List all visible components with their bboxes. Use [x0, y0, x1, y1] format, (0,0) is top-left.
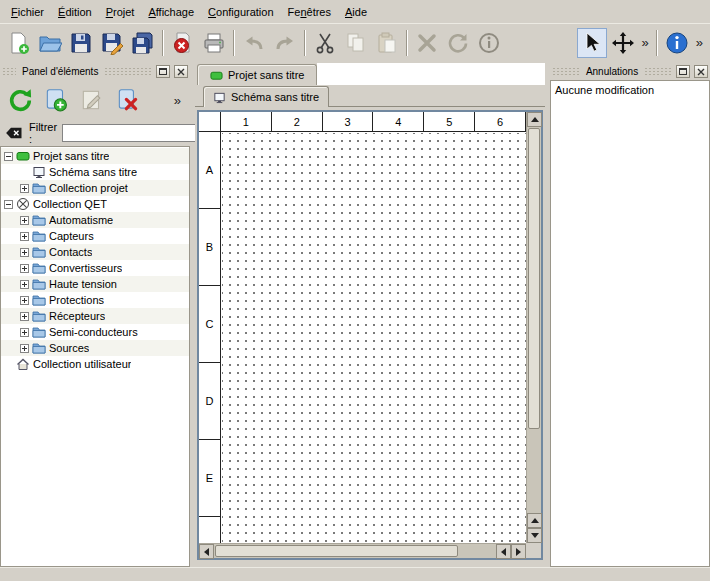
collapse-expander-icon[interactable]	[4, 152, 13, 161]
print-button[interactable]	[199, 28, 229, 58]
toolbar-overflow-chevron-2[interactable]: »	[693, 35, 706, 50]
open-project-button[interactable]	[35, 28, 65, 58]
copy-button[interactable]	[341, 28, 371, 58]
expand-expander-icon[interactable]	[20, 280, 29, 289]
tree-item-label: Semi-conducteurs	[49, 326, 138, 338]
arrow-left-icon	[501, 548, 506, 556]
edit-element-button[interactable]	[76, 84, 108, 116]
menu-fichier[interactable]: Fichier	[4, 3, 51, 21]
expand-expander-icon[interactable]	[20, 184, 29, 193]
undo-button[interactable]	[239, 28, 269, 58]
vertical-scrollbar[interactable]	[526, 112, 541, 543]
tree-item-collection-utilisateur[interactable]: Collection utilisateur	[1, 356, 189, 372]
expand-expander-icon[interactable]	[20, 232, 29, 241]
undo-history-list[interactable]: Aucune modification	[550, 80, 710, 567]
menu-affichage[interactable]: Affichage	[141, 3, 201, 21]
tree-item-haute-tension[interactable]: Haute tension	[1, 276, 189, 292]
cut-button[interactable]	[310, 28, 340, 58]
horizontal-scroll-track[interactable]	[214, 544, 496, 558]
rotate-icon	[446, 31, 470, 55]
tree-item-label: Projet sans titre	[33, 150, 109, 162]
dock-close-button[interactable]	[694, 65, 708, 78]
schema-grid[interactable]	[222, 133, 526, 543]
select-mode-button[interactable]	[577, 28, 607, 58]
mdi-empty-strip	[317, 63, 545, 85]
tree-item-contacts[interactable]: Contacts	[1, 244, 189, 260]
tab-projet-sans-titre[interactable]: Projet sans titre	[197, 64, 317, 85]
menu-edition[interactable]: Édition	[51, 3, 99, 21]
menu-configuration[interactable]: Configuration	[201, 3, 280, 21]
about-diagram-button[interactable]	[662, 28, 692, 58]
delete-element-button[interactable]	[112, 84, 144, 116]
scroll-left-button-2[interactable]	[496, 544, 511, 559]
redo-button[interactable]	[270, 28, 300, 58]
scroll-left-button[interactable]	[199, 544, 214, 559]
save-as-button[interactable]	[97, 28, 127, 58]
elements-panel-titlebar[interactable]: Panel d'éléments	[0, 63, 190, 80]
tree-item-sources[interactable]: Sources	[1, 340, 189, 356]
horizontal-scrollbar[interactable]	[199, 543, 526, 558]
new-document-button[interactable]	[4, 28, 34, 58]
row-header: D	[199, 363, 220, 440]
move-mode-button[interactable]	[608, 28, 638, 58]
undo-dock-titlebar[interactable]: Annulations	[550, 63, 710, 80]
undo-empty-text: Aucune modification	[555, 84, 654, 96]
expand-expander-icon[interactable]	[20, 344, 29, 353]
project-icon	[16, 149, 30, 163]
clear-filter-button[interactable]	[4, 122, 24, 144]
info-blue-icon	[665, 31, 689, 55]
tree-item-capteurs[interactable]: Capteurs	[1, 228, 189, 244]
menu-fenetres[interactable]: Fenêtres	[281, 3, 338, 21]
rotate-button[interactable]	[443, 28, 473, 58]
menu-label-accel: A	[148, 6, 155, 18]
column-header: 4	[373, 112, 424, 131]
tree-item-label: Collection utilisateur	[33, 358, 131, 370]
tree-item-projet-sans-titre[interactable]: Projet sans titre	[1, 148, 189, 164]
tree-item-label: Protections	[49, 294, 104, 306]
dock-close-button[interactable]	[174, 65, 188, 78]
vertical-scroll-thumb[interactable]	[528, 128, 540, 429]
tree-item-label: Sources	[49, 342, 89, 354]
scroll-up-button-2[interactable]	[527, 513, 542, 528]
dock-float-button[interactable]	[676, 65, 690, 78]
scroll-up-button[interactable]	[527, 112, 542, 127]
schema-scene[interactable]: 1 2 3 4 5 6 A B C D	[199, 112, 526, 543]
reload-panel-button[interactable]	[4, 84, 36, 116]
menu-projet[interactable]: Projet	[99, 3, 142, 21]
vertical-scroll-track[interactable]	[527, 127, 541, 513]
expand-expander-icon[interactable]	[20, 264, 29, 273]
folder-icon	[32, 229, 46, 243]
close-file-button[interactable]	[168, 28, 198, 58]
tree-item-automatisme[interactable]: Automatisme	[1, 212, 189, 228]
tree-item-protections[interactable]: Protections	[1, 292, 189, 308]
tree-item-recepteurs[interactable]: Récepteurs	[1, 308, 189, 324]
expand-expander-icon[interactable]	[20, 248, 29, 257]
tree-item-collection-qet[interactable]: Collection QET	[1, 196, 189, 212]
menu-label-post: êtres	[307, 6, 331, 18]
menu-aide[interactable]: Aide	[338, 3, 374, 21]
delete-button[interactable]	[412, 28, 442, 58]
expand-expander-icon[interactable]	[20, 296, 29, 305]
tree-item-semi-conducteurs[interactable]: Semi-conducteurs	[1, 324, 189, 340]
collapse-expander-icon[interactable]	[4, 200, 13, 209]
element-infos-button[interactable]	[474, 28, 504, 58]
menu-label-post: rojet	[113, 6, 134, 18]
tree-item-collection-projet[interactable]: Collection projet	[1, 180, 189, 196]
tab-schema-sans-titre[interactable]: Schéma sans titre	[203, 86, 329, 107]
scroll-right-button[interactable]	[511, 544, 526, 559]
expand-expander-icon[interactable]	[20, 312, 29, 321]
panel-toolbar-overflow-chevron[interactable]: »	[171, 93, 184, 108]
new-document-icon	[7, 31, 31, 55]
toolbar-overflow-chevron[interactable]: »	[639, 35, 652, 50]
paste-button[interactable]	[372, 28, 402, 58]
tree-item-convertisseurs[interactable]: Convertisseurs	[1, 260, 189, 276]
dock-float-button[interactable]	[156, 65, 170, 78]
expand-expander-icon[interactable]	[20, 216, 29, 225]
scroll-down-button[interactable]	[527, 528, 542, 543]
new-element-button[interactable]	[40, 84, 72, 116]
save-button[interactable]	[66, 28, 96, 58]
expand-expander-icon[interactable]	[20, 328, 29, 337]
horizontal-scroll-thumb[interactable]	[215, 545, 458, 557]
tree-item-schema-sans-titre[interactable]: Schéma sans titre	[1, 164, 189, 180]
save-all-button[interactable]	[128, 28, 158, 58]
